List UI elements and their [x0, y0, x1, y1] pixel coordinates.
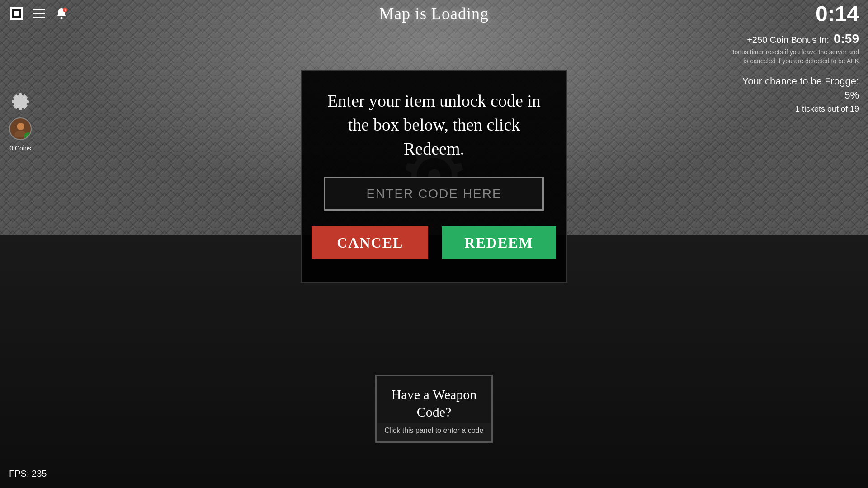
weapon-panel-header: Have a Weapon Code?: [377, 376, 491, 423]
weapon-code-panel[interactable]: Have a Weapon Code? Click this panel to …: [375, 375, 493, 443]
svg-rect-5: [33, 17, 45, 18]
frogge-label: Your chance to be Frogge:: [742, 75, 859, 87]
svg-point-6: [61, 17, 63, 19]
svg-rect-3: [33, 9, 45, 10]
coin-bonus-timer: 0:59: [834, 32, 859, 46]
redeem-button[interactable]: REDEEM: [442, 226, 556, 259]
top-bar-right: 0:14: [816, 1, 859, 26]
bonus-note-line2: is canceled if you are detected to be AF…: [744, 57, 859, 65]
top-bar: 1 Map is Loading 0:14: [0, 0, 868, 27]
frogge-percent: 5%: [844, 89, 859, 101]
redeem-code-modal: ⚙ Enter your item unlock code in the box…: [301, 70, 567, 283]
frogge-chance-text: Your chance to be Frogge: 5%: [730, 75, 859, 103]
code-input-field[interactable]: [324, 177, 544, 211]
top-bar-left: 1: [9, 6, 69, 21]
modal-content: Enter your item unlock code in the box b…: [324, 89, 544, 259]
roblox-icon[interactable]: [9, 6, 24, 21]
right-info-panel: +250 Coin Bonus In: 0:59 Bonus timer res…: [730, 32, 859, 114]
fps-counter: FPS: 235: [9, 469, 47, 479]
modal-buttons: CANCEL REDEEM: [324, 226, 544, 259]
svg-point-9: [17, 123, 24, 130]
bonus-note: Bonus timer resets if you leave the serv…: [730, 48, 859, 66]
weapon-panel-subtitle: Click this panel to enter a code: [377, 423, 491, 441]
main-timer: 0:14: [816, 1, 859, 26]
svg-rect-4: [33, 13, 45, 14]
coin-bonus-label: +250 Coin Bonus In:: [747, 35, 829, 45]
bonus-note-line1: Bonus timer resets if you leave the serv…: [730, 48, 859, 56]
top-bar-center: Map is Loading: [379, 4, 489, 23]
weapon-panel-title: Have a Weapon Code?: [383, 385, 485, 421]
map-loading-text: Map is Loading: [379, 5, 489, 23]
settings-gear-button[interactable]: [9, 90, 32, 113]
modal-title: Enter your item unlock code in the box b…: [324, 89, 544, 161]
coin-bonus-row: +250 Coin Bonus In: 0:59: [730, 32, 859, 46]
cancel-button[interactable]: CANCEL: [312, 226, 428, 259]
tickets-text: 1 tickets out of 19: [730, 104, 859, 114]
hamburger-menu-icon[interactable]: [32, 6, 46, 21]
svg-rect-2: [14, 11, 19, 16]
left-sidebar: + 0 Coins: [9, 90, 32, 152]
notification-icon[interactable]: 1: [54, 6, 69, 21]
avatar-button[interactable]: +: [9, 117, 32, 140]
avatar-plus-icon: +: [24, 132, 32, 140]
coins-label: 0 Coins: [9, 145, 31, 152]
svg-text:1: 1: [65, 9, 66, 12]
